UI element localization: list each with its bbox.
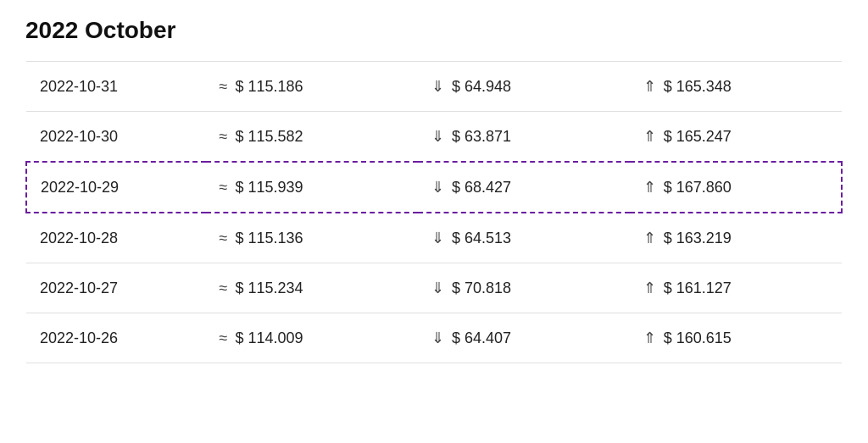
table-row: 2022-10-26 ≈ $ 114.009 ⇓ $ 64.407 ⇑ $ 16… <box>26 313 842 363</box>
down-symbol: ⇓ <box>431 230 444 246</box>
down-value: $ 70.818 <box>452 280 511 296</box>
approx-cell: ≈ $ 115.582 <box>206 112 418 163</box>
approx-value: $ 115.582 <box>236 128 303 145</box>
down-cell: ⇓ $ 68.427 <box>418 162 630 213</box>
down-value: $ 64.948 <box>452 78 511 95</box>
date-cell: 2022-10-31 <box>26 62 206 112</box>
up-symbol: ⇑ <box>643 230 656 246</box>
down-cell: ⇓ $ 64.407 <box>418 313 630 363</box>
approx-value: $ 114.009 <box>236 329 303 346</box>
down-cell: ⇓ $ 70.818 <box>418 263 630 313</box>
down-symbol: ⇓ <box>431 179 444 196</box>
up-value: $ 160.615 <box>664 329 732 346</box>
up-value: $ 167.860 <box>664 179 732 196</box>
table-row: 2022-10-28 ≈ $ 115.136 ⇓ $ 64.513 ⇑ $ 16… <box>26 213 842 263</box>
up-value: $ 165.247 <box>664 128 732 145</box>
approx-symbol: ≈ <box>220 280 228 296</box>
up-value: $ 165.348 <box>664 78 732 95</box>
date-cell: 2022-10-29 <box>26 162 206 213</box>
up-symbol: ⇑ <box>643 280 656 296</box>
table-row: 2022-10-29 ≈ $ 115.939 ⇓ $ 68.427 ⇑ $ 16… <box>26 162 842 213</box>
approx-cell: ≈ $ 115.186 <box>206 62 418 112</box>
approx-value: $ 115.939 <box>236 179 303 196</box>
table-row: 2022-10-30 ≈ $ 115.582 ⇓ $ 63.871 ⇑ $ 16… <box>26 112 842 163</box>
data-table: 2022-10-31 ≈ $ 115.186 ⇓ $ 64.948 ⇑ $ 16… <box>25 61 843 363</box>
down-cell: ⇓ $ 63.871 <box>418 112 630 163</box>
up-cell: ⇑ $ 161.127 <box>630 263 842 313</box>
up-symbol: ⇑ <box>643 128 656 145</box>
approx-cell: ≈ $ 115.136 <box>206 213 418 263</box>
down-symbol: ⇓ <box>431 280 444 296</box>
approx-cell: ≈ $ 115.939 <box>206 162 418 213</box>
approx-value: $ 115.234 <box>236 280 303 296</box>
approx-symbol: ≈ <box>220 329 228 346</box>
table-row: 2022-10-27 ≈ $ 115.234 ⇓ $ 70.818 ⇑ $ 16… <box>26 263 842 313</box>
approx-cell: ≈ $ 115.234 <box>206 263 418 313</box>
approx-value: $ 115.186 <box>236 78 303 95</box>
up-symbol: ⇑ <box>643 329 656 346</box>
approx-value: $ 115.136 <box>236 230 303 246</box>
up-cell: ⇑ $ 160.615 <box>630 313 842 363</box>
approx-symbol: ≈ <box>220 128 228 145</box>
approx-symbol: ≈ <box>220 230 228 246</box>
down-value: $ 64.513 <box>452 230 511 246</box>
down-value: $ 68.427 <box>452 179 511 196</box>
up-symbol: ⇑ <box>643 78 656 95</box>
up-symbol: ⇑ <box>643 179 656 196</box>
date-cell: 2022-10-26 <box>26 313 206 363</box>
down-cell: ⇓ $ 64.513 <box>418 213 630 263</box>
down-symbol: ⇓ <box>431 128 444 145</box>
up-cell: ⇑ $ 163.219 <box>630 213 842 263</box>
up-cell: ⇑ $ 167.860 <box>630 162 842 213</box>
down-symbol: ⇓ <box>431 78 444 95</box>
approx-symbol: ≈ <box>220 179 228 196</box>
up-value: $ 163.219 <box>664 230 732 246</box>
page-title: 2022 October <box>25 17 843 53</box>
down-value: $ 63.871 <box>452 128 511 145</box>
approx-symbol: ≈ <box>220 78 228 95</box>
table-row: 2022-10-31 ≈ $ 115.186 ⇓ $ 64.948 ⇑ $ 16… <box>26 62 842 112</box>
date-cell: 2022-10-30 <box>26 112 206 163</box>
date-cell: 2022-10-28 <box>26 213 206 263</box>
date-cell: 2022-10-27 <box>26 263 206 313</box>
down-symbol: ⇓ <box>431 329 444 346</box>
up-cell: ⇑ $ 165.348 <box>630 62 842 112</box>
approx-cell: ≈ $ 114.009 <box>206 313 418 363</box>
up-cell: ⇑ $ 165.247 <box>630 112 842 163</box>
down-value: $ 64.407 <box>452 329 511 346</box>
down-cell: ⇓ $ 64.948 <box>418 62 630 112</box>
up-value: $ 161.127 <box>664 280 732 296</box>
